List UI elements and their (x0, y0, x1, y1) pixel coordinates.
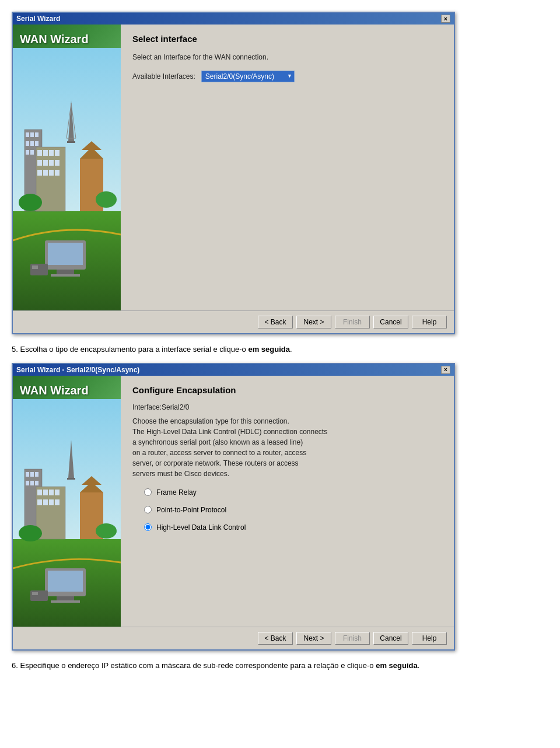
radio-frame-relay-label: Frame Relay (156, 488, 197, 497)
section-title-2: Configure Encapsulation (132, 385, 442, 395)
section-title-1: Select interface (132, 34, 442, 44)
svg-rect-64 (48, 571, 83, 592)
dialog-title-1: Serial Wizard (16, 15, 60, 23)
svg-rect-66 (51, 600, 80, 603)
svg-rect-8 (35, 141, 38, 146)
right-panel-1: Select interface Select an Interface for… (121, 25, 454, 310)
svg-rect-65 (57, 596, 74, 600)
cancel-button-1[interactable]: Cancel (373, 316, 408, 328)
left-panel-1: WAN Wizard (13, 25, 121, 310)
svg-rect-16 (43, 150, 48, 156)
svg-rect-55 (43, 499, 48, 505)
close-button-2[interactable]: × (441, 366, 450, 374)
svg-rect-57 (55, 499, 60, 505)
svg-rect-54 (37, 499, 42, 505)
svg-rect-51 (43, 490, 48, 495)
svg-rect-20 (43, 160, 48, 166)
prose-5-emphasis: em seguida (248, 345, 290, 354)
description-1: Select an Interface for the WAN connecti… (132, 52, 442, 82)
prose-6-number: 6. (12, 661, 18, 670)
cancel-button-2[interactable]: Cancel (373, 632, 408, 645)
dialog-body-1: WAN Wizard (13, 25, 454, 310)
next-button-1[interactable]: Next > (296, 316, 331, 328)
svg-point-61 (19, 525, 42, 541)
left-panel-2: WAN Wizard (13, 376, 121, 627)
svg-rect-19 (37, 160, 42, 166)
svg-rect-56 (49, 499, 54, 505)
radio-ppp-label: Point-to-Point Protocol (156, 506, 226, 514)
interface-field-label: Available Interfaces: (132, 71, 195, 82)
svg-rect-68 (32, 592, 38, 595)
cityscape-art-1 (13, 25, 121, 310)
interface-field-row: Available Interfaces: Serial2/0(Sync/Asy… (132, 71, 442, 82)
svg-rect-53 (55, 490, 60, 495)
prose-5-text: Escolha o tipo de encapsulamento para a … (20, 345, 248, 354)
back-button-1[interactable]: < Back (258, 316, 293, 328)
svg-rect-21 (49, 160, 54, 166)
svg-point-30 (19, 194, 42, 211)
svg-rect-17 (49, 150, 54, 156)
next-button-2[interactable]: Next > (296, 632, 331, 645)
svg-rect-43 (35, 472, 38, 477)
svg-rect-22 (55, 160, 60, 166)
cityscape-art-2 (13, 376, 121, 627)
svg-rect-41 (26, 472, 29, 477)
svg-rect-46 (35, 481, 38, 485)
svg-rect-5 (35, 132, 38, 137)
radio-frame-relay[interactable] (144, 488, 152, 496)
radio-hdlc-row: High-Level Data Link Control (144, 523, 442, 532)
svg-rect-34 (57, 270, 74, 274)
svg-rect-48 (67, 478, 75, 480)
prose-6: 6. Especifique o endereço IP estático co… (12, 660, 548, 672)
help-button-1[interactable]: Help (412, 316, 447, 328)
interface-select-wrapper[interactable]: Serial2/0(Sync/Async) Serial2/1 Serial3/… (201, 71, 295, 82)
svg-rect-15 (37, 150, 42, 156)
svg-rect-25 (49, 170, 54, 176)
svg-rect-45 (30, 481, 34, 485)
radio-ppp[interactable] (144, 506, 152, 513)
prose-5-end: . (290, 345, 292, 354)
dialog-serial-wizard-2: Serial Wizard - Serial2/0(Sync/Async) × … (12, 363, 455, 651)
svg-rect-42 (30, 472, 34, 477)
interface-info: Interface:Serial2/0 (132, 403, 442, 411)
dialog-title-2: Serial Wizard - Serial2/0(Sync/Async) (16, 366, 139, 374)
svg-point-31 (96, 191, 117, 208)
svg-rect-12 (67, 141, 75, 143)
svg-rect-35 (51, 274, 80, 277)
interface-select[interactable]: Serial2/0(Sync/Async) Serial2/1 Serial3/… (201, 71, 295, 82)
dialog-serial-wizard-1: Serial Wizard × WAN Wizard (12, 12, 455, 334)
right-panel-2: Configure Encapsulation Interface:Serial… (121, 376, 454, 627)
prose-5: 5. Escolha o tipo de encapsulamento para… (12, 344, 548, 356)
radio-ppp-row: Point-to-Point Protocol (144, 506, 442, 514)
svg-point-62 (96, 523, 117, 539)
svg-rect-10 (30, 150, 34, 155)
radio-hdlc[interactable] (144, 523, 152, 531)
dialog-titlebar-2: Serial Wizard - Serial2/0(Sync/Async) × (13, 364, 454, 376)
svg-rect-24 (43, 170, 48, 176)
prose-6-end: . (418, 661, 420, 670)
svg-rect-37 (32, 265, 38, 269)
finish-button-1: Finish (335, 316, 370, 328)
svg-rect-33 (48, 243, 83, 265)
svg-rect-50 (37, 490, 42, 495)
back-button-2[interactable]: < Back (258, 632, 293, 645)
svg-rect-7 (30, 141, 34, 146)
svg-rect-44 (26, 481, 29, 485)
svg-rect-18 (55, 150, 60, 156)
help-button-2[interactable]: Help (412, 632, 447, 645)
radio-hdlc-label: High-Level Data Link Control (156, 523, 246, 532)
svg-rect-23 (37, 170, 42, 176)
svg-rect-6 (26, 141, 29, 146)
close-button-1[interactable]: × (441, 15, 450, 23)
svg-rect-3 (26, 132, 29, 137)
dialog-footer-1: < Back Next > Finish Cancel Help (13, 310, 454, 333)
prose-5-number: 5. (12, 345, 18, 354)
dialog-titlebar-1: Serial Wizard × (13, 13, 454, 25)
dialog-body-2: WAN Wizard (13, 376, 454, 627)
svg-rect-9 (26, 150, 29, 155)
prose-6-text: Especifique o endereço IP estático com a… (20, 661, 376, 670)
encap-description: Choose the encapsulation type for this c… (132, 416, 442, 479)
svg-rect-26 (55, 170, 60, 176)
finish-button-2: Finish (335, 632, 370, 645)
svg-rect-4 (30, 132, 34, 137)
